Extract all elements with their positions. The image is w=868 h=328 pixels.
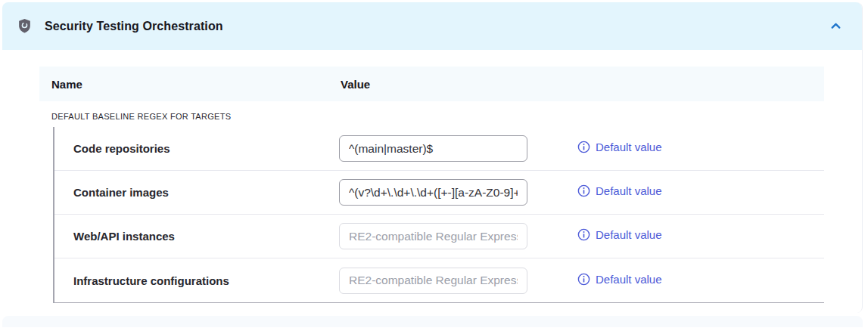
shield-icon — [17, 18, 32, 34]
next-section-peek[interactable] — [2, 316, 863, 327]
row-label: Infrastructure configurations — [54, 274, 339, 287]
default-value-link[interactable]: Default value — [577, 228, 662, 241]
regex-input[interactable] — [339, 223, 527, 249]
panel-body: Name Value DEFAULT BASELINE REGEX FOR TA… — [2, 50, 862, 313]
default-value-label: Default value — [596, 273, 662, 286]
row-label: Code repositories — [54, 142, 339, 155]
table-row: Infrastructure configurations Default va… — [54, 258, 824, 302]
column-header-name: Name — [39, 78, 341, 91]
info-circle-icon — [577, 273, 590, 286]
table-header: Name Value — [39, 67, 824, 101]
security-testing-orchestration-panel: Security Testing Orchestration Name Valu… — [2, 2, 863, 313]
default-value-link[interactable]: Default value — [577, 273, 662, 286]
regex-input[interactable] — [339, 179, 527, 206]
default-value-label: Default value — [596, 228, 662, 241]
info-circle-icon — [577, 141, 590, 153]
info-circle-icon — [577, 184, 590, 197]
section-label: DEFAULT BASELINE REGEX FOR TARGETS — [39, 112, 824, 121]
accordion-header[interactable]: Security Testing Orchestration — [2, 2, 862, 50]
table-row: Code repositories Default value — [54, 127, 824, 171]
row-label: Web/API instances — [54, 230, 339, 243]
column-header-value: Value — [341, 78, 824, 91]
chevron-up-icon[interactable] — [826, 17, 845, 36]
table-row: Container images Default value — [54, 171, 824, 215]
panel-title: Security Testing Orchestration — [45, 20, 223, 33]
default-value-label: Default value — [596, 184, 662, 197]
default-value-link[interactable]: Default value — [577, 184, 662, 197]
regex-input[interactable] — [339, 268, 527, 294]
table-row: Web/API instances Default value — [54, 215, 824, 258]
row-label: Container images — [54, 186, 339, 199]
regex-rows-group: Code repositories Default value Containe… — [53, 127, 824, 303]
regex-input[interactable] — [339, 135, 527, 162]
default-value-label: Default value — [596, 141, 662, 153]
default-value-link[interactable]: Default value — [577, 141, 662, 153]
info-circle-icon — [577, 228, 590, 241]
